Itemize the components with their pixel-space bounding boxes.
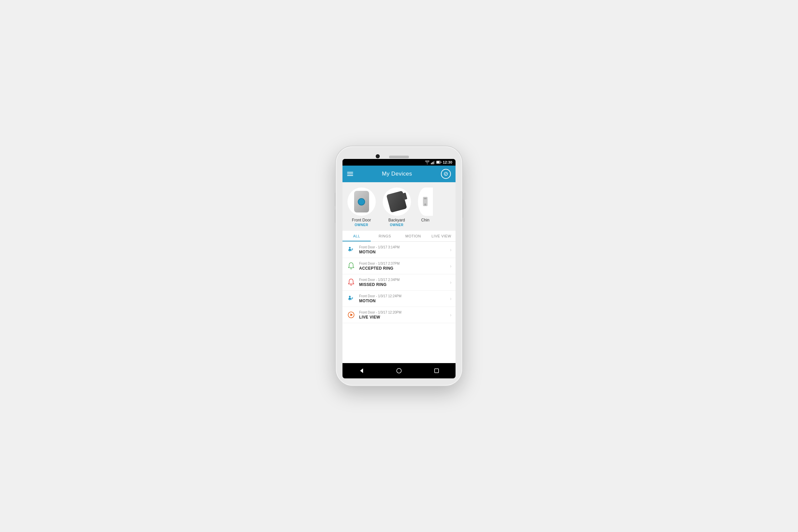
svg-rect-0 [431, 163, 432, 164]
wifi-icon [425, 160, 430, 164]
tabs-bar: ALL RINGS MOTION LIVE VIEW [342, 231, 456, 242]
notification-button[interactable] [441, 169, 451, 179]
volume-down-button[interactable] [335, 209, 336, 223]
activity-type-3: MOTION [359, 299, 446, 303]
chevron-icon-4: › [450, 312, 452, 318]
activity-icon-motion-3 [346, 294, 356, 303]
device-role-front-door: OWNER [355, 223, 368, 227]
activity-type-1: ACCEPTED RING [359, 266, 446, 271]
svg-rect-6 [440, 162, 441, 163]
activity-icon-motion-0 [346, 245, 356, 254]
hamburger-button[interactable] [347, 172, 353, 176]
device-name-backyard: Backyard [388, 218, 405, 223]
phone-screen: 12:30 My Devices [342, 159, 456, 378]
home-button[interactable] [394, 366, 404, 376]
back-button[interactable] [357, 366, 366, 376]
tab-rings[interactable]: RINGS [371, 231, 399, 241]
svg-rect-9 [424, 198, 426, 199]
tab-all[interactable]: ALL [342, 231, 371, 241]
phone-camera [376, 154, 380, 158]
svg-point-16 [397, 368, 401, 373]
power-button[interactable] [462, 200, 463, 218]
svg-rect-1 [432, 162, 433, 164]
activity-icon-live [346, 310, 356, 320]
svg-point-10 [424, 204, 426, 206]
svg-rect-2 [433, 162, 434, 164]
notification-icon [443, 172, 448, 176]
app-topbar: My Devices [342, 166, 456, 182]
motion-svg-0 [347, 246, 355, 254]
app-screen: My Devices Front Door OWNER [342, 166, 456, 378]
back-icon [358, 368, 364, 374]
svg-marker-14 [350, 314, 353, 316]
activity-item-0[interactable]: Front Door - 1/3/17 3:14PM MOTION › [342, 242, 456, 258]
svg-point-12 [349, 296, 351, 298]
device-circle-backyard [383, 188, 411, 216]
home-icon [396, 368, 402, 374]
activity-item-2[interactable]: Front Door - 1/3/17 2:34PM MISSED RING › [342, 274, 456, 291]
device-item-front-door[interactable]: Front Door OWNER [346, 188, 376, 227]
status-time: 12:30 [443, 160, 452, 164]
activity-item-4[interactable]: Front Door - 1/3/17 12:20PM LIVE VIEW › [342, 307, 456, 323]
activity-content-1: Front Door - 1/3/17 2:37PM ACCEPTED RING [359, 262, 446, 271]
phone-frame: 12:30 My Devices [336, 146, 462, 386]
ring-accepted-svg [347, 262, 355, 270]
camera-icon [386, 191, 407, 212]
svg-point-11 [349, 247, 351, 249]
chevron-icon-3: › [450, 296, 452, 301]
activity-content-2: Front Door - 1/3/17 2:34PM MISSED RING [359, 278, 446, 287]
live-svg [347, 311, 355, 319]
activity-time-1: Front Door - 1/3/17 2:37PM [359, 262, 446, 265]
status-icons: 12:30 [425, 160, 452, 164]
recent-icon [434, 368, 439, 374]
motion-svg-3 [347, 294, 355, 303]
activity-time-2: Front Door - 1/3/17 2:34PM [359, 278, 446, 282]
activity-content-4: Front Door - 1/3/17 12:20PM LIVE VIEW [359, 310, 446, 320]
chevron-icon-1: › [450, 263, 452, 269]
device-circle-partial [418, 188, 433, 216]
activity-content-3: Front Door - 1/3/17 12:24PM MOTION [359, 294, 446, 303]
device-name-partial: Chin [421, 218, 430, 223]
volume-up-button[interactable] [335, 193, 336, 206]
devices-carousel: Front Door OWNER Backyard OWNER [342, 182, 456, 231]
app-title: My Devices [382, 171, 412, 177]
tab-motion[interactable]: MOTION [399, 231, 427, 241]
android-navbar [342, 363, 456, 378]
activity-content-0: Front Door - 1/3/17 3:14PM MOTION [359, 245, 446, 254]
device-circle-front-door [347, 188, 376, 216]
activity-item-3[interactable]: Front Door - 1/3/17 12:24PM MOTION › [342, 291, 456, 307]
device-role-backyard: OWNER [390, 223, 404, 227]
activity-list: Front Door - 1/3/17 3:14PM MOTION › Fr [342, 242, 456, 363]
chevron-icon-0: › [450, 247, 452, 252]
device-item-partial[interactable]: Chin [417, 188, 434, 227]
activity-time-0: Front Door - 1/3/17 3:14PM [359, 245, 446, 249]
svg-rect-17 [435, 369, 439, 373]
svg-rect-3 [434, 161, 435, 164]
status-bar: 12:30 [342, 159, 456, 166]
svg-rect-5 [437, 161, 440, 163]
signal-icon [431, 160, 435, 164]
device-item-backyard[interactable]: Backyard OWNER [382, 188, 412, 227]
chevron-icon-2: › [450, 280, 452, 285]
activity-type-0: MOTION [359, 250, 446, 254]
activity-type-2: MISSED RING [359, 282, 446, 287]
chime-icon-partial [420, 195, 430, 208]
svg-marker-15 [360, 368, 363, 373]
activity-time-3: Front Door - 1/3/17 12:24PM [359, 294, 446, 298]
ring-missed-svg [347, 278, 355, 286]
activity-item-1[interactable]: Front Door - 1/3/17 2:37PM ACCEPTED RING… [342, 258, 456, 274]
recent-button[interactable] [432, 366, 441, 376]
tab-live-view[interactable]: LIVE VIEW [427, 231, 456, 241]
doorbell-icon [354, 191, 369, 212]
phone-speaker [389, 156, 409, 158]
activity-icon-ring-accepted [346, 261, 356, 271]
activity-time-4: Front Door - 1/3/17 12:20PM [359, 310, 446, 314]
activity-icon-ring-missed [346, 278, 356, 287]
device-name-front-door: Front Door [352, 218, 371, 223]
battery-icon [436, 160, 441, 164]
activity-type-4: LIVE VIEW [359, 315, 446, 320]
